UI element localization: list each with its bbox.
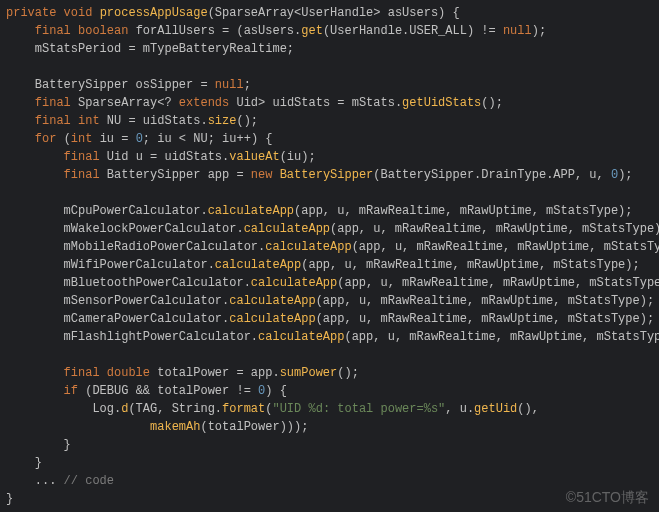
- code-token: mSensorPowerCalculator.: [6, 294, 229, 308]
- code-token: (app, u, mRawRealtime, mRawUptime, mStat…: [352, 240, 659, 254]
- code-token: [6, 168, 64, 182]
- code-line: [6, 346, 653, 364]
- code-token: [6, 366, 64, 380]
- code-token: (app, u, mRawRealtime, mRawUptime, mStat…: [301, 258, 639, 272]
- code-token: (: [64, 132, 71, 146]
- code-token: [6, 150, 64, 164]
- code-token: final double: [64, 366, 158, 380]
- code-token: );: [532, 24, 546, 38]
- code-token: format: [222, 402, 265, 416]
- code-token: }: [6, 492, 13, 506]
- code-token: final int: [35, 114, 107, 128]
- code-token: ();: [236, 114, 258, 128]
- code-line: if (DEBUG && totalPower != 0) {: [6, 382, 653, 400]
- code-token: mFlashlightPowerCalculator.: [6, 330, 258, 344]
- code-token: }: [6, 456, 42, 470]
- code-line: mStatsPeriod = mTypeBatteryRealtime;: [6, 40, 653, 58]
- code-line: mSensorPowerCalculator.calculateApp(app,…: [6, 292, 653, 310]
- code-token: calculateApp: [229, 312, 315, 326]
- code-line: mMobileRadioPowerCalculator.calculateApp…: [6, 238, 653, 256]
- code-token: [6, 24, 35, 38]
- code-token: , u.: [445, 402, 474, 416]
- code-token: );: [618, 168, 632, 182]
- code-token: ();: [337, 366, 359, 380]
- code-token: mMobileRadioPowerCalculator.: [6, 240, 265, 254]
- code-token: sumPower: [280, 366, 338, 380]
- code-token: mWifiPowerCalculator.: [6, 258, 215, 272]
- code-token: calculateApp: [208, 204, 294, 218]
- code-line: }: [6, 490, 653, 508]
- code-token: NU = uidStats.: [107, 114, 208, 128]
- code-token: mCpuPowerCalculator.: [6, 204, 208, 218]
- code-token: if: [64, 384, 86, 398]
- code-token: totalPower = app.: [157, 366, 279, 380]
- code-line: }: [6, 454, 653, 472]
- code-token: (DEBUG && totalPower !=: [85, 384, 258, 398]
- code-token: valueAt: [229, 150, 279, 164]
- code-token: [6, 420, 150, 434]
- code-token: getUidStats: [402, 96, 481, 110]
- code-token: BatterySipper app =: [107, 168, 251, 182]
- code-line: mFlashlightPowerCalculator.calculateApp(…: [6, 328, 653, 346]
- code-token: (app, u, mRawRealtime, mRawUptime, mStat…: [294, 204, 632, 218]
- code-token: for: [35, 132, 64, 146]
- code-token: (),: [517, 402, 539, 416]
- code-token: Log.: [6, 402, 121, 416]
- code-token: (app, u, mRawRealtime, mRawUptime, mStat…: [344, 330, 659, 344]
- code-token: BatterySipper: [280, 168, 374, 182]
- code-token: ...: [6, 474, 64, 488]
- code-line: final double totalPower = app.sumPower()…: [6, 364, 653, 382]
- code-line: private void processAppUsage(SparseArray…: [6, 4, 653, 22]
- code-token: size: [208, 114, 237, 128]
- code-line: final BatterySipper app = new BatterySip…: [6, 166, 653, 184]
- code-line: mWakelockPowerCalculator.calculateApp(ap…: [6, 220, 653, 238]
- code-token: (app, u, mRawRealtime, mRawUptime, mStat…: [330, 222, 659, 236]
- code-token: mWakelockPowerCalculator.: [6, 222, 244, 236]
- code-token: makemAh: [150, 420, 200, 434]
- code-token: ) {: [265, 384, 287, 398]
- code-token: processAppUsage: [100, 6, 208, 20]
- code-token: [6, 114, 35, 128]
- code-token: }: [6, 438, 71, 452]
- code-token: [6, 132, 35, 146]
- code-token: calculateApp: [215, 258, 301, 272]
- code-token: (totalPower)));: [200, 420, 308, 434]
- code-token: (UserHandle.USER_ALL) !=: [323, 24, 503, 38]
- code-token: mStatsPeriod = mTypeBatteryRealtime;: [6, 42, 294, 56]
- code-token: (app, u, mRawRealtime, mRawUptime, mStat…: [337, 276, 659, 290]
- code-line: ... // code: [6, 472, 653, 490]
- code-token: "UID %d: total power=%s": [272, 402, 445, 416]
- code-token: Uid> uidStats = mStats.: [236, 96, 402, 110]
- code-token: [6, 384, 64, 398]
- code-token: (SparseArray<UserHandle> asUsers) {: [208, 6, 460, 20]
- code-token: ();: [481, 96, 503, 110]
- code-editor: private void processAppUsage(SparseArray…: [0, 0, 659, 512]
- code-line: mBluetoothPowerCalculator.calculateApp(a…: [6, 274, 653, 292]
- code-line: Log.d(TAG, String.format("UID %d: total …: [6, 400, 653, 418]
- code-token: mBluetoothPowerCalculator.: [6, 276, 251, 290]
- code-line: final Uid u = uidStats.valueAt(iu);: [6, 148, 653, 166]
- code-token: calculateApp: [251, 276, 337, 290]
- code-token: calculateApp: [265, 240, 351, 254]
- code-line: mCpuPowerCalculator.calculateApp(app, u,…: [6, 202, 653, 220]
- code-token: iu =: [100, 132, 136, 146]
- code-token: final: [35, 96, 78, 110]
- code-token: final: [64, 150, 107, 164]
- code-token: (iu);: [280, 150, 316, 164]
- code-token: calculateApp: [258, 330, 344, 344]
- code-line: final boolean forAllUsers = (asUsers.get…: [6, 22, 653, 40]
- code-token: new: [251, 168, 280, 182]
- code-token: (app, u, mRawRealtime, mRawUptime, mStat…: [316, 312, 654, 326]
- code-token: calculateApp: [244, 222, 330, 236]
- code-token: BatterySipper osSipper =: [6, 78, 215, 92]
- code-token: ; iu < NU; iu++) {: [143, 132, 273, 146]
- code-token: get: [301, 24, 323, 38]
- code-token: forAllUsers = (asUsers.: [136, 24, 302, 38]
- code-token: void: [64, 6, 100, 20]
- code-token: private: [6, 6, 64, 20]
- code-line: final SparseArray<? extends Uid> uidStat…: [6, 94, 653, 112]
- code-line: makemAh(totalPower)));: [6, 418, 653, 436]
- code-token: 0: [136, 132, 143, 146]
- code-token: // code: [64, 474, 114, 488]
- code-line: [6, 184, 653, 202]
